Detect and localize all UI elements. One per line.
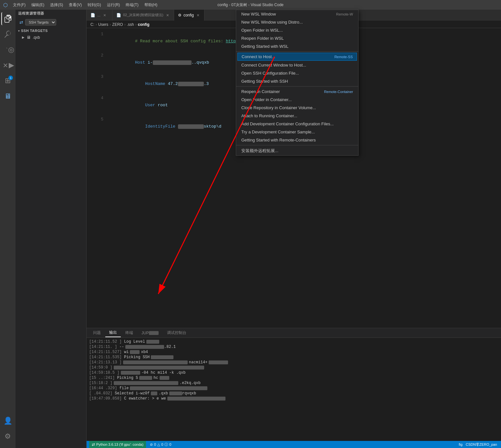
menu-label-open-folder-container: Open Folder in Container... (241, 97, 292, 102)
menu-item-new-wsl[interactable]: New WSL Window Remote-W (236, 10, 358, 18)
menu-item-connect-host[interactable]: Connect to Host... Remote-SS (237, 53, 357, 61)
menu-item-getting-started-wsl[interactable]: Getting Started with WSL (236, 42, 358, 50)
menu-item-connect-current[interactable]: Connect Current Window to Host... (236, 61, 358, 69)
menu-item-new-wsl-distro[interactable]: New WSL Window using Distro... (236, 18, 358, 26)
menu-item-open-folder-wsl[interactable]: Open Folder in WSL... (236, 26, 358, 34)
menu-label-attach-container: Attach to Running Container... (241, 113, 297, 118)
shortcut-new-wsl: Remote-W (336, 12, 353, 16)
menu-label-connect-host: Connect to Host... (242, 54, 275, 59)
separator-1 (236, 51, 358, 52)
menu-label-reopen-container: Reopen in Container (241, 89, 280, 94)
menu-label-install-extensions: 安装额外远程拓展... (241, 148, 278, 154)
dropdown-overlay[interactable]: New WSL Window Remote-W New WSL Window u… (0, 0, 501, 448)
menu-item-attach-container[interactable]: Attach to Running Container... (236, 112, 358, 120)
menu-item-clone-repo[interactable]: Clone Repository in Container Volume... (236, 104, 358, 112)
shortcut-connect-host: Remote-SS (334, 55, 353, 59)
shortcut-reopen-container: Remote-Container (324, 90, 353, 94)
menu-label-try-dev-container: Try a Development Container Sample... (241, 130, 315, 134)
menu-label-getting-started-remote: Getting Started with Remote-Containers (241, 138, 316, 142)
menu-item-try-dev-container[interactable]: Try a Development Container Sample... (236, 128, 358, 136)
menu-item-open-folder-container[interactable]: Open Folder in Container... (236, 96, 358, 104)
menu-label-new-wsl-distro: New WSL Window using Distro... (241, 20, 303, 25)
menu-item-getting-started-ssh[interactable]: Getting Started with SSH (236, 77, 358, 85)
menu-label-new-wsl: New WSL Window (241, 12, 276, 16)
menu-label-getting-started-wsl: Getting Started with WSL (241, 44, 288, 49)
menu-item-getting-started-remote[interactable]: Getting Started with Remote-Containers (236, 136, 358, 144)
menu-label-reopen-wsl: Reopen Folder in WSL (241, 36, 284, 41)
menu-item-install-extensions[interactable]: 安装额外远程拓展... (236, 146, 358, 155)
menu-item-open-ssh-config[interactable]: Open SSH Configuration File... (236, 69, 358, 77)
dropdown-menu[interactable]: New WSL Window Remote-W New WSL Window u… (236, 10, 359, 156)
menu-label-clone-repo: Clone Repository in Container Volume... (241, 105, 316, 110)
separator-2 (236, 86, 358, 87)
menu-label-getting-started-ssh: Getting Started with SSH (241, 79, 288, 84)
menu-label-connect-current: Connect Current Window to Host... (241, 63, 306, 68)
menu-label-open-folder-wsl: Open Folder in WSL... (241, 28, 283, 33)
menu-item-reopen-container[interactable]: Reopen in Container Remote-Container (236, 88, 358, 96)
menu-label-open-ssh-config: Open SSH Configuration File... (241, 71, 299, 76)
menu-item-reopen-wsl[interactable]: Reopen Folder in WSL (236, 34, 358, 42)
menu-item-add-dev-config[interactable]: Add Development Container Configuration … (236, 120, 358, 128)
menu-label-add-dev-config: Add Development Container Configuration … (241, 121, 334, 126)
separator-3 (236, 145, 358, 145)
